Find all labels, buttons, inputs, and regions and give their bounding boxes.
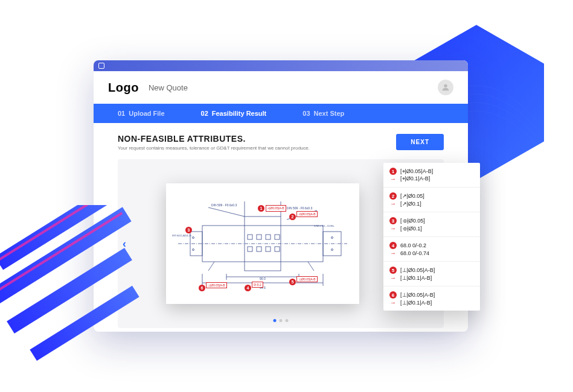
dot-2[interactable] — [280, 319, 283, 322]
callout-3[interactable]: 3 — [185, 227, 192, 233]
svg-text:DIN 509 - F0.6x0.3: DIN 509 - F0.6x0.3 — [211, 203, 237, 207]
step-upload[interactable]: 01Upload File — [118, 110, 165, 117]
app-window: Logo New Quote 01Upload File 02Feasibili… — [94, 60, 468, 332]
attribute-row[interactable]: 468.0 0/-0.2→68.0 0/-0.74 — [383, 237, 480, 262]
gdtbox-2: ↗|Ø0.05|A-B — [296, 211, 318, 217]
svg-point-1 — [444, 84, 447, 87]
dot-3[interactable] — [286, 319, 289, 322]
step-next[interactable]: 03Next Step — [303, 110, 344, 117]
step-bar: 01Upload File 02Feasibility Result 03Nex… — [94, 104, 468, 123]
logo: Logo — [108, 81, 139, 95]
user-avatar[interactable] — [438, 80, 453, 95]
svg-rect-25 — [248, 247, 252, 251]
svg-text:90.0: 90.0 — [260, 277, 266, 280]
page-title: New Quote — [149, 83, 188, 92]
attribute-row[interactable]: 5[⊥|Ø0.05|A-B]→[⊥|Ø0.1|A-B] — [383, 262, 480, 286]
svg-text:5.N6 x 0.5 - 15 Mn.: 5.N6 x 0.5 - 15 Mn. — [314, 224, 335, 227]
chevron-left-icon[interactable]: ‹ — [123, 238, 126, 250]
callout-6[interactable]: 6 — [199, 285, 205, 291]
carousel-dots — [274, 319, 289, 322]
attribute-row[interactable]: 1[⌖|Ø0.05|A-B]→[⌖|Ø0.1|A-B] — [383, 163, 480, 188]
gdtbox-4: 0/-0.2 — [252, 282, 263, 288]
window-menu-icon — [98, 63, 104, 69]
svg-text:DIN 509 - F0.6x0.3: DIN 509 - F0.6x0.3 — [287, 206, 312, 210]
svg-point-17 — [193, 237, 194, 239]
attributes-panel: 1[⌖|Ø0.05|A-B]→[⌖|Ø0.1|A-B]2[↗|Ø0.05]→[↗… — [383, 163, 480, 311]
callout-2[interactable]: 2 — [289, 213, 296, 220]
svg-point-18 — [193, 249, 194, 251]
engineering-drawing: DIN 509 - F0.6x0.3 DIN 509 - F0.6x0.3 IS… — [166, 183, 359, 304]
step-feasibility[interactable]: 02Feasibility Result — [201, 110, 267, 117]
callout-5[interactable]: 5 — [289, 279, 296, 285]
section-subtitle: Your request contains measures, toleranc… — [118, 145, 310, 151]
callout-1[interactable]: 1 — [258, 205, 264, 212]
gdtbox-5: ⊥|Ø0.05|A-B — [296, 276, 318, 282]
section-title: NON-FEASIBLE ATTRIBUTES. — [118, 134, 310, 144]
dot-1[interactable] — [274, 319, 277, 322]
attribute-row[interactable]: 3[⌯|Ø0.05]→[⌯|Ø0.1] — [383, 212, 480, 237]
svg-rect-28 — [275, 247, 280, 251]
svg-rect-27 — [266, 247, 270, 251]
svg-rect-22 — [257, 235, 261, 239]
svg-rect-23 — [266, 235, 270, 239]
attribute-row[interactable]: 6[⊥|Ø0.05|A-B]→[⊥|Ø0.1|A-B] — [383, 286, 480, 311]
svg-rect-24 — [275, 235, 280, 239]
svg-text:ISO 6411-A2/4.25: ISO 6411-A2/4.25 — [172, 234, 192, 237]
svg-rect-26 — [257, 247, 261, 251]
svg-rect-21 — [248, 235, 252, 239]
window-titlebar — [94, 60, 468, 71]
attribute-row[interactable]: 2[↗|Ø0.05]→[↗|Ø0.1] — [383, 188, 480, 212]
svg-point-20 — [331, 249, 333, 251]
callout-4[interactable]: 4 — [245, 285, 251, 291]
svg-line-15 — [208, 207, 245, 217]
gdtbox-1: ⌖|Ø0.05|A-B — [266, 205, 286, 212]
gdtbox-6: ⊥|Ø0.05|A-B — [206, 282, 227, 288]
app-header: Logo New Quote — [94, 71, 468, 104]
svg-point-19 — [331, 237, 333, 239]
next-button[interactable]: NEXT — [396, 134, 444, 150]
